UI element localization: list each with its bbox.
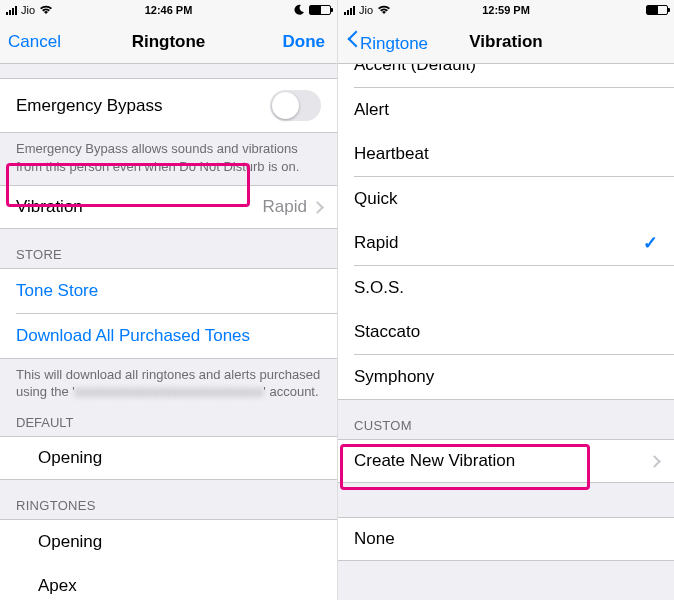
carrier-label: Jio xyxy=(359,4,373,16)
nav-bar: Cancel Ringtone Done xyxy=(0,20,337,64)
phone-vibration: Jio 12:59 PM Ringtone Vibration Accent (… xyxy=(337,0,674,600)
store-footer: This will download all ringtones and ale… xyxy=(0,359,337,411)
chevron-right-icon xyxy=(313,200,321,214)
phone-ringtone: Jio 12:46 PM Cancel Ringtone Done Emerge… xyxy=(0,0,337,600)
vibration-value: Rapid xyxy=(263,197,307,217)
vibration-option-row[interactable]: Symphony xyxy=(338,355,674,399)
wifi-icon xyxy=(39,5,53,15)
chevron-right-icon xyxy=(650,454,658,468)
vibration-none-row[interactable]: None xyxy=(338,517,674,561)
battery-icon xyxy=(646,5,668,15)
checkmark-icon: ✓ xyxy=(643,232,658,254)
signal-icon xyxy=(6,5,17,15)
vibration-option-row[interactable]: Staccato xyxy=(338,310,674,354)
signal-icon xyxy=(344,5,355,15)
download-tones-row[interactable]: Download All Purchased Tones xyxy=(0,314,337,358)
custom-header: CUSTOM xyxy=(338,400,674,439)
status-bar: Jio 12:46 PM xyxy=(0,0,337,20)
emergency-bypass-switch[interactable] xyxy=(270,90,321,121)
store-header: STORE xyxy=(0,229,337,268)
chevron-left-icon xyxy=(346,29,358,49)
wifi-icon xyxy=(377,5,391,15)
emergency-bypass-label: Emergency Bypass xyxy=(16,96,162,116)
vibration-label: Vibration xyxy=(16,197,83,217)
vibration-option-row[interactable]: Accent (Default) xyxy=(338,64,674,87)
default-tone-row[interactable]: Opening xyxy=(0,436,337,480)
back-button[interactable]: Ringtone xyxy=(346,29,428,54)
content-scroll[interactable]: Emergency Bypass Emergency Bypass allows… xyxy=(0,64,337,600)
emergency-bypass-row[interactable]: Emergency Bypass xyxy=(0,78,337,133)
nav-bar: Ringtone Vibration xyxy=(338,20,674,64)
vibration-option-row[interactable]: Quick xyxy=(338,177,674,221)
vibration-option-row[interactable]: Rapid✓ xyxy=(338,221,674,265)
content-scroll[interactable]: Accent (Default) Alert Heartbeat Quick R… xyxy=(338,64,674,600)
create-vibration-row[interactable]: Create New Vibration xyxy=(338,439,674,483)
battery-icon xyxy=(309,5,331,15)
tone-store-row[interactable]: Tone Store xyxy=(0,269,337,313)
ringtone-row[interactable]: Apex xyxy=(0,564,337,600)
carrier-label: Jio xyxy=(21,4,35,16)
default-header: DEFAULT xyxy=(0,411,337,436)
ringtone-row[interactable]: Opening xyxy=(0,520,337,564)
vibration-row[interactable]: Vibration Rapid xyxy=(0,185,337,229)
cancel-button[interactable]: Cancel xyxy=(8,32,61,52)
vibration-option-row[interactable]: S.O.S. xyxy=(338,266,674,310)
emergency-bypass-footer: Emergency Bypass allows sounds and vibra… xyxy=(0,133,337,185)
ringtones-header: RINGTONES xyxy=(0,480,337,519)
done-button[interactable]: Done xyxy=(283,32,326,52)
status-bar: Jio 12:59 PM xyxy=(338,0,674,20)
vibration-option-row[interactable]: Heartbeat xyxy=(338,132,674,176)
moon-icon xyxy=(293,4,305,16)
vibration-option-row[interactable]: Alert xyxy=(338,88,674,132)
